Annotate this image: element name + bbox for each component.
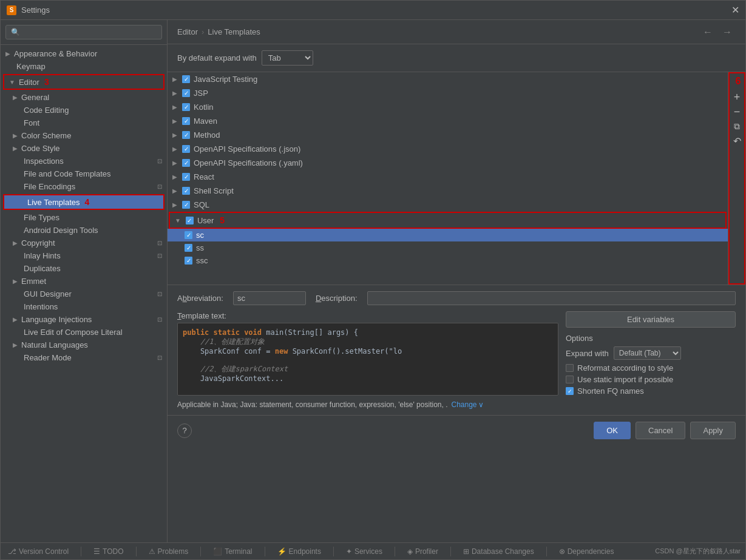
group-react[interactable]: ▶ ✓ React (168, 170, 728, 184)
sidebar-item-label: Appearance & Behavior (14, 49, 97, 58)
group-method[interactable]: ▶ ✓ Method (168, 128, 728, 142)
group-checkbox[interactable]: ✓ (182, 103, 190, 111)
change-link[interactable]: Change ∨ (451, 400, 483, 409)
reformat-label-text: Reformat according to style (577, 363, 673, 373)
status-terminal[interactable]: ⬛ Terminal (211, 546, 254, 557)
sidebar-item-live-edit[interactable]: Live Edit of Compose Literal (1, 326, 167, 339)
sidebar-item-editor[interactable]: ▼ Editor 3 (3, 74, 164, 90)
template-label: ss (196, 243, 204, 252)
sidebar-item-appearance[interactable]: ▶ Appearance & Behavior (1, 47, 167, 60)
status-todo[interactable]: ☰ TODO (91, 546, 126, 557)
group-user[interactable]: ▼ ✓ User 5 (169, 212, 727, 229)
status-services[interactable]: ✦ Services (344, 546, 385, 557)
template-item-sc[interactable]: ✓ sc (168, 229, 728, 241)
sidebar-item-natural-languages[interactable]: ▶ Natural Languages (1, 339, 167, 351)
reformat-checkbox[interactable] (566, 364, 574, 372)
profiler-icon: ◈ (407, 547, 413, 556)
use-static-checkbox[interactable] (566, 376, 574, 383)
group-maven[interactable]: ▶ ✓ Maven (168, 114, 728, 128)
forward-button[interactable]: → (719, 25, 736, 39)
item-checkbox[interactable]: ✓ (185, 244, 192, 252)
group-checkbox[interactable]: ✓ (182, 201, 190, 209)
expand-with-options-select[interactable]: Default (Tab) Tab Enter Space (614, 346, 681, 360)
template-item-ssc[interactable]: ✓ ssc (168, 254, 728, 267)
sidebar-item-inspections[interactable]: Inspections ⊡ (1, 155, 167, 167)
group-sql[interactable]: ▶ ✓ SQL (168, 198, 728, 212)
sidebar-item-font[interactable]: Font (1, 116, 167, 129)
sidebar-item-file-code-templates[interactable]: File and Code Templates (1, 167, 167, 180)
endpoints-icon: ⚡ (277, 547, 287, 556)
back-button[interactable]: ← (699, 25, 716, 39)
sidebar-item-label: File Types (24, 213, 59, 222)
search-input[interactable] (5, 25, 162, 39)
sidebar-item-intentions[interactable]: Intentions (1, 300, 167, 313)
sidebar-item-code-style[interactable]: ▶ Code Style (1, 142, 167, 155)
group-checkbox[interactable]: ✓ (182, 131, 190, 139)
status-profiler[interactable]: ◈ Profiler (405, 546, 441, 557)
sidebar-item-label: Font (24, 118, 39, 127)
group-checkbox[interactable]: ✓ (182, 117, 190, 125)
reformat-label: Reformat according to style (577, 363, 673, 373)
status-version-control[interactable]: ⎇ Version Control (5, 546, 71, 557)
ok-button[interactable]: OK (594, 422, 631, 439)
status-dependencies[interactable]: ⊗ Dependencies (557, 546, 617, 557)
group-kotlin[interactable]: ▶ ✓ Kotlin (168, 100, 728, 114)
shorten-checkbox[interactable]: ✓ (566, 387, 574, 395)
sidebar-item-duplicates[interactable]: Duplicates (1, 262, 167, 275)
template-item-ss[interactable]: ✓ ss (168, 241, 728, 254)
code-editor[interactable]: public static void main(String[] args) {… (177, 323, 558, 396)
restore-template-button[interactable]: ↶ (730, 134, 744, 147)
status-database-changes[interactable]: ⊞ Database Changes (461, 546, 537, 557)
chevron-right-icon: ▶ (13, 132, 18, 139)
breadcrumb: Editor › Live Templates (177, 27, 260, 36)
cancel-button[interactable]: Cancel (636, 422, 685, 439)
abbreviation-input[interactable] (233, 291, 306, 305)
help-button[interactable]: ? (177, 423, 192, 438)
sidebar-item-copyright[interactable]: ▶ Copyright ⊡ (1, 237, 167, 249)
sidebar-item-color-scheme[interactable]: ▶ Color Scheme (1, 129, 167, 142)
copy-template-button[interactable]: ⧉ (730, 120, 744, 133)
database-icon: ⊞ (463, 547, 469, 556)
add-template-button[interactable]: + (730, 90, 744, 104)
sidebar-item-inlay-hints[interactable]: Inlay Hints ⊡ (1, 249, 167, 262)
expand-with-select[interactable]: Tab Enter Space (262, 50, 313, 66)
sidebar-item-general[interactable]: ▶ General (1, 91, 167, 104)
group-shell-script[interactable]: ▶ ✓ Shell Script (168, 184, 728, 198)
close-button[interactable]: ✕ (731, 4, 739, 16)
sidebar-item-live-templates[interactable]: Live Templates 4 (3, 194, 164, 210)
breadcrumb-editor[interactable]: Editor (177, 27, 198, 36)
apply-button[interactable]: Apply (690, 422, 736, 439)
group-openapi-yaml[interactable]: ▶ ✓ OpenAPI Specifications (.yaml) (168, 156, 728, 170)
sidebar-item-android-design-tools[interactable]: Android Design Tools (1, 224, 167, 237)
sidebar-item-keymap[interactable]: Keymap (1, 60, 167, 73)
status-problems[interactable]: ⚠ Problems (146, 546, 191, 557)
change-link-text[interactable]: Change (451, 400, 476, 409)
sidebar-item-file-types[interactable]: File Types (1, 211, 167, 224)
group-openapi-json[interactable]: ▶ ✓ OpenAPI Specifications (.json) (168, 142, 728, 156)
sidebar-item-file-encodings[interactable]: File Encodings ⊡ (1, 180, 167, 193)
sidebar-item-language-injections[interactable]: ▶ Language Injections ⊡ (1, 313, 167, 326)
sidebar-item-label: Color Scheme (21, 131, 71, 140)
sidebar-item-gui-designer[interactable]: GUI Designer ⊡ (1, 288, 167, 300)
sidebar-item-code-editing[interactable]: Code Editing (1, 104, 167, 116)
group-checkbox[interactable]: ✓ (186, 217, 194, 224)
status-endpoints[interactable]: ⚡ Endpoints (275, 546, 324, 557)
group-jsp[interactable]: ▶ ✓ JSP (168, 86, 728, 100)
group-checkbox[interactable]: ✓ (182, 145, 190, 153)
sidebar-item-label: Copyright (21, 238, 55, 248)
applicable-text: Applicable in Java; Java: statement, con… (177, 400, 447, 409)
code-comment-1: //1、创建配置对象 (183, 337, 265, 346)
remove-template-button[interactable]: − (730, 105, 744, 118)
item-checkbox[interactable]: ✓ (185, 257, 192, 265)
group-checkbox[interactable]: ✓ (182, 173, 190, 181)
edit-variables-button[interactable]: Edit variables (566, 311, 736, 328)
group-checkbox[interactable]: ✓ (182, 159, 190, 167)
sidebar-item-emmet[interactable]: ▶ Emmet (1, 275, 167, 288)
item-checkbox[interactable]: ✓ (185, 231, 192, 239)
description-input[interactable] (367, 291, 736, 305)
group-checkbox[interactable]: ✓ (182, 89, 190, 97)
group-checkbox[interactable]: ✓ (182, 187, 190, 195)
sidebar-item-reader-mode[interactable]: Reader Mode ⊡ (1, 351, 167, 364)
group-checkbox[interactable]: ✓ (182, 75, 190, 83)
group-javascript-testing[interactable]: ▶ ✓ JavaScript Testing (168, 72, 728, 86)
